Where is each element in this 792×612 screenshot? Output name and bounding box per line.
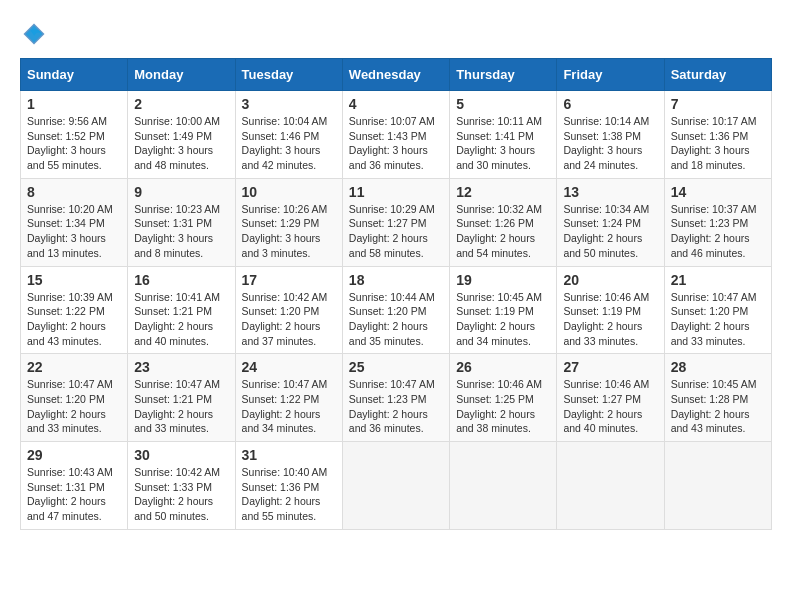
day-info: Sunrise: 10:47 AMSunset: 1:23 PMDaylight… [349,377,443,436]
day-number: 9 [134,184,228,200]
day-number: 15 [27,272,121,288]
calendar-cell: 5Sunrise: 10:11 AMSunset: 1:41 PMDayligh… [450,91,557,179]
day-info: Sunrise: 10:11 AMSunset: 1:41 PMDaylight… [456,114,550,173]
day-number: 6 [563,96,657,112]
calendar-cell: 17Sunrise: 10:42 AMSunset: 1:20 PMDaylig… [235,266,342,354]
weekday-header-monday: Monday [128,59,235,91]
weekday-header-sunday: Sunday [21,59,128,91]
weekday-header-thursday: Thursday [450,59,557,91]
calendar-week-row: 29Sunrise: 10:43 AMSunset: 1:31 PMDaylig… [21,442,772,530]
day-number: 30 [134,447,228,463]
calendar-table: SundayMondayTuesdayWednesdayThursdayFrid… [20,58,772,530]
calendar-week-row: 22Sunrise: 10:47 AMSunset: 1:20 PMDaylig… [21,354,772,442]
calendar-week-row: 1Sunrise: 9:56 AMSunset: 1:52 PMDaylight… [21,91,772,179]
day-info: Sunrise: 10:07 AMSunset: 1:43 PMDaylight… [349,114,443,173]
day-number: 19 [456,272,550,288]
weekday-header-row: SundayMondayTuesdayWednesdayThursdayFrid… [21,59,772,91]
day-info: Sunrise: 10:42 AMSunset: 1:33 PMDaylight… [134,465,228,524]
calendar-cell: 10Sunrise: 10:26 AMSunset: 1:29 PMDaylig… [235,178,342,266]
calendar-cell: 2Sunrise: 10:00 AMSunset: 1:49 PMDayligh… [128,91,235,179]
calendar-cell: 7Sunrise: 10:17 AMSunset: 1:36 PMDayligh… [664,91,771,179]
day-info: Sunrise: 10:14 AMSunset: 1:38 PMDaylight… [563,114,657,173]
day-info: Sunrise: 10:39 AMSunset: 1:22 PMDaylight… [27,290,121,349]
calendar-cell: 25Sunrise: 10:47 AMSunset: 1:23 PMDaylig… [342,354,449,442]
day-info: Sunrise: 10:47 AMSunset: 1:20 PMDaylight… [27,377,121,436]
day-info: Sunrise: 10:43 AMSunset: 1:31 PMDaylight… [27,465,121,524]
calendar-cell: 15Sunrise: 10:39 AMSunset: 1:22 PMDaylig… [21,266,128,354]
calendar-cell: 4Sunrise: 10:07 AMSunset: 1:43 PMDayligh… [342,91,449,179]
day-number: 24 [242,359,336,375]
calendar-cell: 20Sunrise: 10:46 AMSunset: 1:19 PMDaylig… [557,266,664,354]
logo [20,20,52,48]
day-info: Sunrise: 10:40 AMSunset: 1:36 PMDaylight… [242,465,336,524]
day-info: Sunrise: 9:56 AMSunset: 1:52 PMDaylight:… [27,114,121,173]
day-number: 11 [349,184,443,200]
calendar-cell: 30Sunrise: 10:42 AMSunset: 1:33 PMDaylig… [128,442,235,530]
calendar-cell [557,442,664,530]
calendar-cell: 27Sunrise: 10:46 AMSunset: 1:27 PMDaylig… [557,354,664,442]
day-info: Sunrise: 10:47 AMSunset: 1:22 PMDaylight… [242,377,336,436]
day-number: 3 [242,96,336,112]
day-number: 13 [563,184,657,200]
day-number: 8 [27,184,121,200]
day-number: 25 [349,359,443,375]
day-info: Sunrise: 10:45 AMSunset: 1:28 PMDaylight… [671,377,765,436]
calendar-cell: 13Sunrise: 10:34 AMSunset: 1:24 PMDaylig… [557,178,664,266]
calendar-cell: 19Sunrise: 10:45 AMSunset: 1:19 PMDaylig… [450,266,557,354]
day-info: Sunrise: 10:44 AMSunset: 1:20 PMDaylight… [349,290,443,349]
day-number: 1 [27,96,121,112]
day-number: 18 [349,272,443,288]
calendar-cell: 16Sunrise: 10:41 AMSunset: 1:21 PMDaylig… [128,266,235,354]
day-number: 16 [134,272,228,288]
day-number: 17 [242,272,336,288]
weekday-header-tuesday: Tuesday [235,59,342,91]
calendar-cell: 3Sunrise: 10:04 AMSunset: 1:46 PMDayligh… [235,91,342,179]
day-number: 27 [563,359,657,375]
day-number: 28 [671,359,765,375]
day-number: 12 [456,184,550,200]
logo-icon [20,20,48,48]
calendar-cell: 14Sunrise: 10:37 AMSunset: 1:23 PMDaylig… [664,178,771,266]
day-number: 4 [349,96,443,112]
day-info: Sunrise: 10:45 AMSunset: 1:19 PMDaylight… [456,290,550,349]
day-info: Sunrise: 10:23 AMSunset: 1:31 PMDaylight… [134,202,228,261]
day-number: 23 [134,359,228,375]
day-info: Sunrise: 10:04 AMSunset: 1:46 PMDaylight… [242,114,336,173]
day-number: 7 [671,96,765,112]
calendar-cell: 22Sunrise: 10:47 AMSunset: 1:20 PMDaylig… [21,354,128,442]
calendar-cell [664,442,771,530]
day-info: Sunrise: 10:47 AMSunset: 1:21 PMDaylight… [134,377,228,436]
day-number: 29 [27,447,121,463]
weekday-header-friday: Friday [557,59,664,91]
day-info: Sunrise: 10:42 AMSunset: 1:20 PMDaylight… [242,290,336,349]
day-info: Sunrise: 10:34 AMSunset: 1:24 PMDaylight… [563,202,657,261]
day-number: 10 [242,184,336,200]
calendar-cell: 18Sunrise: 10:44 AMSunset: 1:20 PMDaylig… [342,266,449,354]
day-number: 20 [563,272,657,288]
calendar-cell: 6Sunrise: 10:14 AMSunset: 1:38 PMDayligh… [557,91,664,179]
day-number: 26 [456,359,550,375]
day-number: 5 [456,96,550,112]
calendar-cell: 31Sunrise: 10:40 AMSunset: 1:36 PMDaylig… [235,442,342,530]
day-info: Sunrise: 10:26 AMSunset: 1:29 PMDaylight… [242,202,336,261]
day-number: 2 [134,96,228,112]
day-number: 22 [27,359,121,375]
day-info: Sunrise: 10:37 AMSunset: 1:23 PMDaylight… [671,202,765,261]
day-info: Sunrise: 10:32 AMSunset: 1:26 PMDaylight… [456,202,550,261]
calendar-cell: 26Sunrise: 10:46 AMSunset: 1:25 PMDaylig… [450,354,557,442]
header [20,20,772,48]
day-info: Sunrise: 10:20 AMSunset: 1:34 PMDaylight… [27,202,121,261]
calendar-cell: 8Sunrise: 10:20 AMSunset: 1:34 PMDayligh… [21,178,128,266]
day-number: 31 [242,447,336,463]
weekday-header-wednesday: Wednesday [342,59,449,91]
calendar-week-row: 8Sunrise: 10:20 AMSunset: 1:34 PMDayligh… [21,178,772,266]
calendar-cell: 24Sunrise: 10:47 AMSunset: 1:22 PMDaylig… [235,354,342,442]
calendar-week-row: 15Sunrise: 10:39 AMSunset: 1:22 PMDaylig… [21,266,772,354]
calendar-cell: 21Sunrise: 10:47 AMSunset: 1:20 PMDaylig… [664,266,771,354]
calendar-cell: 12Sunrise: 10:32 AMSunset: 1:26 PMDaylig… [450,178,557,266]
day-info: Sunrise: 10:29 AMSunset: 1:27 PMDaylight… [349,202,443,261]
day-info: Sunrise: 10:46 AMSunset: 1:19 PMDaylight… [563,290,657,349]
day-number: 14 [671,184,765,200]
calendar-cell: 29Sunrise: 10:43 AMSunset: 1:31 PMDaylig… [21,442,128,530]
day-info: Sunrise: 10:46 AMSunset: 1:27 PMDaylight… [563,377,657,436]
